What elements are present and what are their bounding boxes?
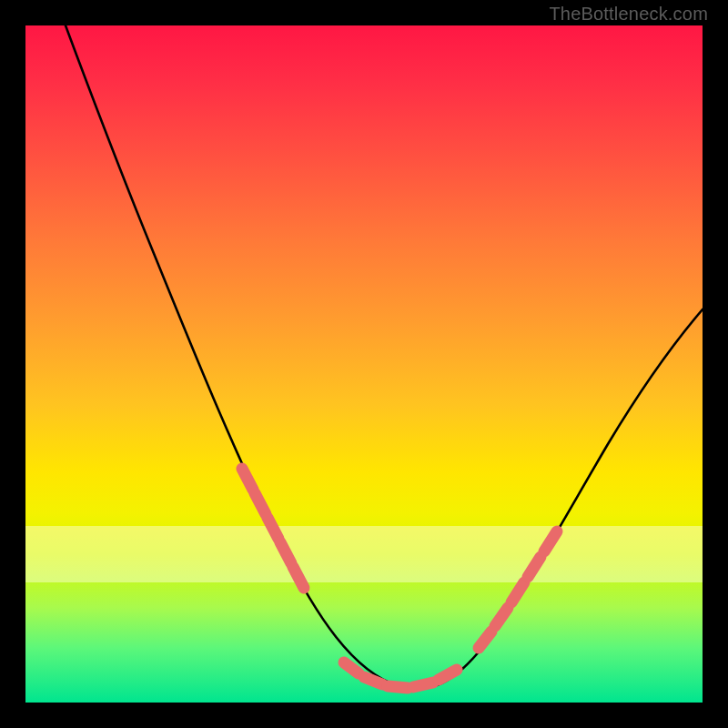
curve-marker <box>528 557 541 577</box>
curve-marker <box>280 542 291 563</box>
plot-area <box>25 25 703 703</box>
chart-svg <box>25 25 703 703</box>
curve-marker <box>242 469 253 490</box>
watermark-text: TheBottleneck.com <box>549 4 708 25</box>
curve-marker <box>293 567 304 588</box>
bottleneck-curve <box>66 25 703 689</box>
curve-marker <box>364 677 382 684</box>
curve-marker <box>255 493 266 514</box>
curve-marker <box>388 686 408 688</box>
curve-marker <box>495 608 508 626</box>
curve-marker <box>544 531 557 551</box>
curve-marker <box>439 670 457 680</box>
curve-marker <box>511 582 524 602</box>
chart-frame: TheBottleneck.com <box>0 0 728 728</box>
curve-marker <box>413 682 433 687</box>
marker-group <box>242 469 557 688</box>
curve-marker <box>344 662 359 673</box>
curve-marker <box>268 518 278 539</box>
curve-marker <box>479 632 491 648</box>
